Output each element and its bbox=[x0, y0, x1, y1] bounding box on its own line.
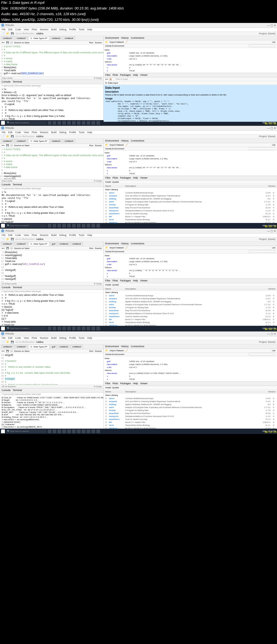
addins-dropdown[interactable]: Addins bbox=[36, 32, 44, 35]
script-type-label[interactable]: R Script bbox=[94, 77, 102, 79]
menu-tools[interactable]: Tools bbox=[79, 28, 84, 31]
code-editor[interactable]: 12345678910111213141516171819202122 # DA… bbox=[0, 45, 103, 76]
package-row[interactable]: ☐bindrcppAn 'Rcpp' Interface to Active B… bbox=[104, 324, 277, 327]
help-tab[interactable]: Help bbox=[133, 74, 138, 76]
package-row[interactable]: ☐acepackACE and AVAS for Selecting Multi… bbox=[104, 400, 277, 403]
run-button[interactable]: Run bbox=[89, 41, 93, 44]
taskbar-app-icon[interactable] bbox=[82, 121, 85, 125]
package-row[interactable]: ☐bindrcppAn 'Rcpp' Interface to Active B… bbox=[104, 221, 277, 224]
env-list[interactable]: Data golf14000 obs. of 10 variables new.… bbox=[104, 48, 277, 73]
open-file-icon[interactable]: 📁 bbox=[6, 32, 9, 35]
package-list[interactable]: NameDescriptionVersion User Library ☐abi… bbox=[104, 184, 277, 225]
package-row[interactable]: ☐ade4Analysis of Ecological Data: Explor… bbox=[104, 200, 277, 203]
menu-file[interactable]: File bbox=[2, 28, 6, 31]
package-row[interactable]: ☐base64encTools for base64 encoding0.1-3… bbox=[104, 315, 277, 318]
editor-tab[interactable]: 3 - Data Types.R* bbox=[28, 36, 49, 40]
terminal-tab[interactable]: Terminal bbox=[13, 80, 22, 83]
menu-debug[interactable]: Debug bbox=[59, 28, 67, 31]
taskbar-app-icon[interactable] bbox=[87, 121, 90, 125]
source-button[interactable]: Source bbox=[95, 41, 102, 44]
connections-tab[interactable]: Connections bbox=[131, 37, 144, 39]
package-row[interactable]: ☐adabagApplies Multiclass AdaBoost.M1, S… bbox=[104, 300, 277, 303]
clear-icon[interactable]: 🧹 bbox=[125, 41, 128, 43]
package-row[interactable]: ☐acepackACE and AVAS for Selecting Multi… bbox=[104, 194, 277, 197]
update-button[interactable]: Update bbox=[112, 181, 119, 183]
taskbar-app-icon[interactable] bbox=[48, 121, 51, 125]
import-button[interactable]: Import Dataset bbox=[110, 41, 124, 43]
list-view-button[interactable]: List bbox=[272, 41, 275, 43]
save-icon[interactable]: 💾 bbox=[11, 32, 14, 35]
load-icon[interactable]: 📁 bbox=[105, 41, 108, 43]
package-row[interactable]: ☐assertthatEasy Pre and Post Assertions0… bbox=[104, 206, 277, 209]
taskbar-app-icon[interactable] bbox=[91, 121, 95, 125]
package-row[interactable]: ☐backportsReimplementations of Functions… bbox=[104, 312, 277, 315]
taskbar-app-icon[interactable] bbox=[67, 121, 71, 125]
package-row[interactable]: ☐assertthatEasy Pre and Post Assertions0… bbox=[104, 412, 277, 415]
package-row[interactable]: ☐AmeliaA Program for Missing Data1.7.5⊗ bbox=[104, 203, 277, 206]
taskbar-search[interactable]: 🔍 Type here to search bbox=[6, 121, 47, 125]
back-arrow-icon[interactable]: ⟵ bbox=[105, 78, 108, 80]
source-on-save-check[interactable]: ☐ bbox=[11, 41, 12, 44]
package-row[interactable]: ☐AmeliaA Program for Missing Data1.7.5⊗ bbox=[104, 409, 277, 412]
package-row[interactable]: ☐acepackACE and AVAS for Selecting Multi… bbox=[104, 297, 277, 300]
taskbar-app-icon[interactable] bbox=[52, 121, 56, 125]
console-output[interactable]: > ?x > ifelse(x==2) Error in ifelse(x ==… bbox=[0, 87, 103, 120]
package-row[interactable]: ☐adabagApplies Multiclass AdaBoost.M1, S… bbox=[104, 197, 277, 200]
package-row[interactable]: ☐BHBoost C++ Header Files1.66.0-1⊗ bbox=[104, 421, 277, 424]
taskbar-app-icon[interactable] bbox=[77, 121, 81, 125]
package-row[interactable]: ☐bindrParametrized Active Bindings0.1.1⊗ bbox=[104, 321, 277, 324]
editor-tab[interactable]: Untitled2* bbox=[15, 36, 28, 40]
menu-view[interactable]: View bbox=[24, 28, 29, 31]
package-row[interactable]: ☐bitA Class for Vectors of 1-Bit Boolean… bbox=[104, 224, 277, 225]
find-topic-input[interactable]: Find in Topic bbox=[116, 78, 128, 80]
env-search-input[interactable] bbox=[248, 44, 275, 47]
taskbar-app-icon[interactable] bbox=[96, 121, 100, 125]
install-button[interactable]: Install bbox=[105, 181, 111, 183]
editor-tab[interactable]: Untitled4 bbox=[63, 36, 75, 40]
package-row[interactable]: ☐adabagApplies Multiclass AdaBoost.M1, S… bbox=[104, 403, 277, 406]
save-icon[interactable]: 💾 bbox=[6, 41, 9, 44]
menubar[interactable]: File Edit Code View Plots Session Build … bbox=[0, 28, 277, 32]
home-icon[interactable]: 🏠 bbox=[109, 78, 112, 80]
package-row[interactable]: ☐AmeliaA Program for Missing Data1.7.5⊗ bbox=[104, 306, 277, 309]
console-tab[interactable]: Console bbox=[2, 80, 11, 83]
package-row[interactable]: ☐bindrcppAn 'Rcpp' Interface to Active B… bbox=[104, 427, 277, 430]
history-tab[interactable]: History bbox=[121, 37, 129, 39]
windows-start-icon[interactable] bbox=[1, 121, 5, 125]
menu-profile[interactable]: Profile bbox=[69, 28, 76, 31]
help-content[interactable]: Data Input Description Reads a file in t… bbox=[104, 85, 277, 122]
menu-plots[interactable]: Plots bbox=[32, 28, 37, 31]
viewer-tab[interactable]: Viewer bbox=[140, 74, 147, 76]
package-row[interactable]: ☐bitA Class for Vectors of 1-Bit Boolean… bbox=[104, 430, 277, 430]
package-row[interactable]: ☐assertthatEasy Pre and Post Assertions0… bbox=[104, 309, 277, 312]
scope-label[interactable]: (Top Level) bbox=[2, 77, 12, 79]
editor-tab[interactable]: Untitled3 bbox=[50, 36, 62, 40]
package-row[interactable]: ☐bindrParametrized Active Bindings0.1.1⊗ bbox=[104, 218, 277, 221]
menu-code[interactable]: Code bbox=[15, 28, 21, 31]
menu-session[interactable]: Session bbox=[40, 28, 48, 31]
goto-input[interactable]: Go to file/function bbox=[15, 32, 34, 35]
package-row[interactable]: ☐backportsReimplementations of Functions… bbox=[104, 209, 277, 212]
package-row[interactable]: ☐abindCombine Multidimensional Arrays1.4… bbox=[104, 294, 277, 297]
package-row[interactable]: ☐ade4Analysis of Ecological Data: Explor… bbox=[104, 406, 277, 409]
menu-help[interactable]: Help bbox=[87, 28, 92, 31]
env-tab[interactable]: Environment bbox=[105, 37, 119, 39]
window-controls[interactable]: — ▢ ✕ bbox=[267, 24, 276, 27]
package-row[interactable]: ☐base64encTools for base64 encoding0.1-3… bbox=[104, 418, 277, 421]
package-row[interactable]: ☐ade4Analysis of Ecological Data: Explor… bbox=[104, 303, 277, 306]
taskbar-app-icon[interactable] bbox=[72, 121, 76, 125]
project-badge[interactable]: Project: (None) bbox=[259, 32, 275, 35]
menu-build[interactable]: Build bbox=[51, 28, 57, 31]
package-row[interactable]: ☐backportsReimplementations of Functions… bbox=[104, 415, 277, 418]
package-row[interactable]: ☐base64encTools for base64 encoding0.1-3… bbox=[104, 212, 277, 215]
package-row[interactable]: ☐bitA Class for Vectors of 1-Bit Boolean… bbox=[104, 327, 277, 327]
menu-edit[interactable]: Edit bbox=[8, 28, 13, 31]
package-row[interactable]: ☐abindCombine Multidimensional Arrays1.4… bbox=[104, 397, 277, 400]
plots-tab[interactable]: Plots bbox=[113, 74, 118, 76]
files-tab[interactable]: Files bbox=[105, 74, 110, 76]
package-row[interactable]: ☐BHBoost C++ Header Files1.66.0-1⊗ bbox=[104, 215, 277, 218]
editor-tab[interactable]: Untitled1* bbox=[1, 36, 14, 40]
global-env-label[interactable]: Global Environment bbox=[105, 45, 124, 47]
taskbar-app-icon[interactable] bbox=[57, 121, 61, 125]
package-row[interactable]: ☐abindCombine Multidimensional Arrays1.4… bbox=[104, 191, 277, 194]
